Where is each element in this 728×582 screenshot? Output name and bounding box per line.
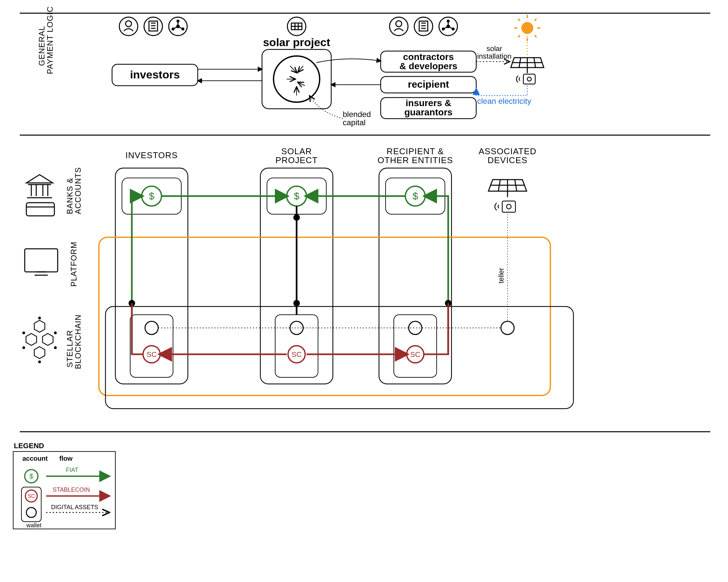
- internal-arrow: [298, 66, 303, 72]
- clean-electricity-label: clean electricity: [477, 97, 531, 105]
- dollar-label: $: [294, 190, 300, 201]
- flow-project-to-contractors: [316, 59, 381, 62]
- side-label-line2: PAYMENT LOGIC: [46, 6, 54, 74]
- network-icon: [439, 17, 458, 35]
- svg-rect-51: [523, 74, 535, 84]
- person-icon: [119, 17, 138, 35]
- solar-install-line1: solar: [487, 45, 502, 53]
- solar-panel-device-icon: [488, 180, 527, 197]
- svg-point-52: [527, 77, 531, 81]
- svg-line-43: [535, 35, 537, 37]
- svg-point-37: [521, 22, 533, 34]
- building-icon: [144, 17, 162, 35]
- solar-panel-icon: [287, 17, 306, 35]
- svg-point-73: [23, 347, 25, 349]
- internal-arrow: [298, 82, 305, 86]
- insurers-line2: guarantors: [405, 107, 452, 117]
- svg-rect-58: [502, 201, 515, 212]
- row-platform: PLATFORM: [69, 242, 78, 287]
- bank-icon: [26, 175, 54, 216]
- digital-asset-icon: [145, 321, 158, 335]
- legend-flow: flow: [59, 455, 73, 462]
- legend-dollar: $: [29, 473, 33, 480]
- flow-blended-capital: [310, 96, 343, 118]
- side-label-line1: GENERAL: [37, 26, 46, 66]
- legend-fiat: FIAT: [66, 467, 78, 473]
- sc-label: SC: [292, 350, 302, 359]
- network-icon: [169, 17, 187, 35]
- legend-digital-assets: DIGITAL ASSETS: [51, 504, 98, 510]
- digital-asset-icon: [26, 507, 36, 518]
- row-stellar-line1: STELLAR: [65, 330, 74, 367]
- sc-label: SC: [410, 350, 420, 359]
- svg-point-76: [38, 361, 41, 363]
- teller-label: teller: [497, 268, 505, 284]
- solar-install-line2: installation: [477, 52, 512, 60]
- legend-account: account: [22, 455, 48, 462]
- platform-outline: [99, 237, 550, 395]
- svg-rect-66: [26, 203, 54, 216]
- col-recipient-line1: RECIPIENT &: [387, 146, 444, 156]
- svg-point-3: [126, 21, 131, 27]
- person-icon: [390, 17, 408, 35]
- blockchain-icon: [23, 317, 56, 363]
- svg-line-44: [535, 19, 537, 21]
- svg-point-71: [23, 332, 25, 334]
- flow-clean-electricity: [476, 86, 527, 96]
- col-recipient-line2: OTHER ENTITIES: [378, 155, 453, 165]
- building-icon: [414, 17, 433, 35]
- row-banks-line2: ACCOUNTS: [74, 167, 82, 214]
- section1-side-label: GENERAL PAYMENT LOGIC: [37, 6, 54, 74]
- internal-arrow: [290, 66, 296, 73]
- svg-point-24: [414, 17, 433, 35]
- junction-dot: [293, 300, 300, 307]
- solar-project-box: [262, 49, 331, 109]
- col-solar-line2: PROJECT: [276, 155, 318, 165]
- col-assoc-line1: ASSOCIATED: [478, 146, 537, 156]
- col-assoc-line2: DEVICES: [488, 155, 527, 165]
- flow-stablecoin-left-drop: [132, 303, 143, 354]
- legend-title: LEGEND: [14, 442, 44, 450]
- col-solar-line1: SOLAR: [281, 146, 312, 156]
- meter-icon: [495, 201, 516, 212]
- legend-stablecoin: STABLECOIN: [53, 486, 90, 493]
- svg-point-59: [506, 204, 511, 209]
- svg-line-42: [518, 19, 520, 21]
- solar-panel-device-icon: [511, 58, 544, 73]
- sc-label: SC: [147, 350, 157, 359]
- svg-point-75: [38, 317, 41, 319]
- svg-point-74: [54, 347, 56, 349]
- legend-wallet-box: [21, 487, 41, 522]
- solar-project-label: solar project: [263, 36, 330, 49]
- flow-stablecoin-right-drop: [424, 303, 448, 354]
- monitor-icon: [25, 249, 58, 275]
- svg-text:GENERAL: GENERAL: [37, 26, 46, 66]
- junction-dot: [293, 214, 300, 221]
- svg-rect-68: [25, 249, 58, 272]
- blockchain-row-box: [105, 307, 573, 409]
- svg-line-45: [518, 35, 520, 37]
- investors-label: investors: [130, 68, 180, 81]
- dollar-label: $: [149, 190, 155, 201]
- svg-point-4: [144, 17, 162, 35]
- legend-wallet: wallet: [26, 522, 42, 529]
- meter-icon: [516, 74, 535, 84]
- digital-asset-icon: [501, 321, 514, 335]
- svg-text:PAYMENT LOGIC: PAYMENT LOGIC: [46, 6, 54, 74]
- dollar-label: $: [413, 190, 418, 201]
- row-stellar-line2: BLOCKCHAIN: [74, 314, 82, 369]
- svg-point-72: [54, 332, 56, 334]
- flow-fiat-up-investors: [132, 196, 142, 354]
- insurers-line1: insurers &: [406, 98, 451, 108]
- legend-sc: SC: [28, 493, 35, 499]
- recipient-label: recipient: [408, 79, 449, 90]
- contractors-line1: contractors: [403, 52, 454, 62]
- svg-point-23: [396, 21, 402, 27]
- contractors-line2: & developers: [399, 61, 458, 71]
- col-investors: INVESTORS: [126, 150, 178, 160]
- blended-line1: blended: [343, 110, 371, 118]
- row-banks-line1: BANKS &: [65, 178, 74, 214]
- blended-line2: capital: [343, 118, 365, 127]
